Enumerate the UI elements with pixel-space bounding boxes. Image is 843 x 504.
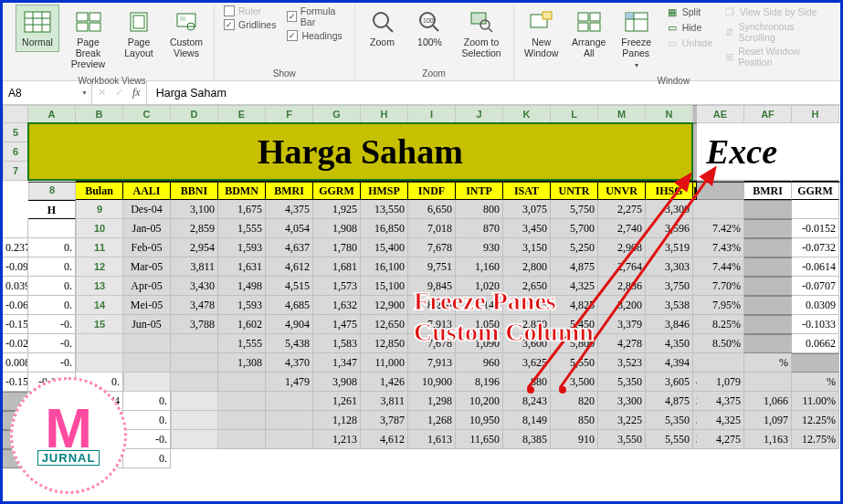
- cell[interactable]: IHSG: [646, 181, 693, 200]
- cell[interactable]: Jun-05: [123, 315, 171, 334]
- cell[interactable]: 9,751: [408, 257, 456, 277]
- cell[interactable]: 3,538: [646, 296, 693, 315]
- cell[interactable]: 2,859: [171, 219, 218, 238]
- cell[interactable]: 15,400: [361, 238, 408, 257]
- cell[interactable]: 1,583: [313, 334, 361, 353]
- cell[interactable]: [266, 392, 313, 411]
- cell[interactable]: -0.1564: [3, 373, 28, 392]
- cell[interactable]: 3,788: [171, 315, 218, 334]
- cell[interactable]: 11: [76, 238, 123, 257]
- cell[interactable]: Mei-05: [123, 296, 171, 315]
- cell[interactable]: 3,846: [646, 315, 693, 334]
- cell[interactable]: 4,375: [266, 200, 313, 219]
- cell[interactable]: 7.43%: [697, 238, 744, 257]
- cell[interactable]: 1,675: [218, 200, 266, 219]
- cell[interactable]: Bulan: [76, 181, 123, 200]
- cell[interactable]: [123, 373, 171, 392]
- cell[interactable]: Mar-05: [123, 257, 171, 277]
- cell[interactable]: 3,300: [646, 200, 693, 219]
- cell[interactable]: [218, 373, 266, 392]
- enter-icon[interactable]: ✓: [115, 87, 123, 99]
- cell[interactable]: [792, 200, 839, 219]
- cell[interactable]: 3,450: [503, 219, 551, 238]
- cell[interactable]: 3,379: [598, 315, 646, 334]
- cell[interactable]: %: [744, 353, 792, 373]
- cell[interactable]: 0.0393: [3, 277, 28, 296]
- cell[interactable]: 1,573: [313, 277, 361, 296]
- cell[interactable]: 3,908: [313, 373, 361, 392]
- cell[interactable]: 10,950: [456, 411, 503, 430]
- cell[interactable]: 1,128: [313, 411, 361, 430]
- cell[interactable]: I: [408, 105, 456, 123]
- cell[interactable]: 12,900: [361, 296, 408, 315]
- cell[interactable]: [697, 353, 744, 373]
- cell[interactable]: [744, 296, 792, 315]
- cell[interactable]: 4,637: [266, 238, 313, 257]
- cell[interactable]: 4,825: [551, 296, 598, 315]
- cell[interactable]: 1,555: [218, 219, 266, 238]
- cell[interactable]: 13,550: [361, 200, 408, 219]
- cell[interactable]: B: [76, 105, 123, 123]
- cell[interactable]: 5,350: [598, 373, 646, 392]
- cell[interactable]: 7.44%: [697, 257, 744, 277]
- cell[interactable]: 1,632: [313, 296, 361, 315]
- cell[interactable]: GGRM: [313, 181, 361, 200]
- cell[interactable]: 2,800: [503, 257, 551, 277]
- cell[interactable]: [171, 430, 218, 449]
- cell[interactable]: 2,740: [598, 219, 646, 238]
- cell[interactable]: 1,298: [408, 392, 456, 411]
- cell[interactable]: 8.50%: [697, 334, 744, 353]
- cell[interactable]: 5,750: [551, 200, 598, 219]
- cell[interactable]: 850: [551, 411, 598, 430]
- cell[interactable]: 1,498: [218, 277, 266, 296]
- cell[interactable]: -0.: [123, 430, 171, 449]
- cell[interactable]: 4,278: [598, 334, 646, 353]
- cell[interactable]: 16,850: [361, 219, 408, 238]
- ruler-checkbox[interactable]: Ruler: [220, 5, 279, 17]
- cell[interactable]: 1,555: [218, 334, 266, 353]
- cell[interactable]: 0.: [28, 257, 76, 277]
- cell[interactable]: 1,268: [408, 411, 456, 430]
- cell[interactable]: 12,650: [361, 315, 408, 334]
- cell[interactable]: UNVR: [598, 181, 646, 200]
- cell[interactable]: 1,925: [313, 200, 361, 219]
- cell[interactable]: AF: [744, 105, 792, 123]
- cell[interactable]: [744, 200, 792, 219]
- cell[interactable]: M: [598, 105, 646, 123]
- cell[interactable]: -0.0922: [3, 257, 28, 277]
- cell[interactable]: 1,308: [218, 353, 266, 373]
- cell[interactable]: 3,500: [551, 373, 598, 392]
- cell[interactable]: 3,478: [171, 296, 218, 315]
- cell[interactable]: -0.1523: [3, 315, 28, 334]
- cell[interactable]: 930: [456, 238, 503, 257]
- cell[interactable]: Jan-05: [123, 219, 171, 238]
- cell[interactable]: [697, 181, 744, 200]
- cell[interactable]: 7,913: [408, 353, 456, 373]
- cell[interactable]: 7,913: [408, 315, 456, 334]
- cell[interactable]: 1,020: [456, 277, 503, 296]
- cell[interactable]: BBNI: [171, 181, 218, 200]
- cell[interactable]: 9,845: [408, 277, 456, 296]
- cell[interactable]: 16,100: [361, 257, 408, 277]
- cell[interactable]: A: [28, 105, 76, 123]
- cell[interactable]: -0.0263: [3, 334, 28, 353]
- cell[interactable]: 4,612: [361, 430, 408, 449]
- cell[interactable]: AE: [697, 105, 744, 123]
- cell[interactable]: 1,066: [744, 392, 792, 411]
- cell[interactable]: 7.95%: [697, 296, 744, 315]
- cell[interactable]: [266, 430, 313, 449]
- cell[interactable]: 5,438: [266, 334, 313, 353]
- cell[interactable]: [744, 257, 792, 277]
- cell[interactable]: AALI: [123, 181, 171, 200]
- cell[interactable]: 1,261: [313, 392, 361, 411]
- cell[interactable]: [171, 353, 218, 373]
- formula-input[interactable]: Harga Saham: [147, 81, 840, 104]
- cell[interactable]: 4,612: [266, 257, 313, 277]
- cell[interactable]: 3,596: [646, 219, 693, 238]
- cell[interactable]: 1,213: [313, 430, 361, 449]
- cell[interactable]: Des-04: [123, 200, 171, 219]
- cell[interactable]: 3,523: [598, 353, 646, 373]
- chevron-down-icon[interactable]: ▼: [81, 89, 88, 96]
- fx-icon[interactable]: fx: [132, 86, 141, 100]
- cell[interactable]: D: [171, 105, 218, 123]
